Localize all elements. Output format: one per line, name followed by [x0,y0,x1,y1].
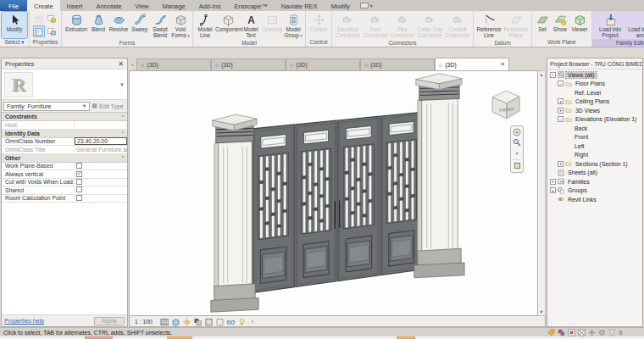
background-processes-icon[interactable] [598,329,606,336]
tree-item-floor-plans[interactable]: −Floor Plans [547,80,642,89]
param-group-identity-data[interactable]: Identity Data* [2,130,127,138]
viewcube-options-icon[interactable] [512,162,522,170]
swept-blend-button[interactable]: Swept Blend [150,12,170,39]
gate-model[interactable] [130,71,537,315]
view-cube[interactable]: FRONT [486,83,525,122]
extrusion-button[interactable]: Extrusion [64,12,89,39]
tab-naviate-rex[interactable]: Naviate REX [275,0,325,11]
show-button[interactable]: Show [551,12,569,38]
work-plane-based-checkbox[interactable] [76,163,82,169]
exclude-options-icon[interactable] [578,329,586,336]
worksharing-display-icon[interactable] [547,329,555,336]
cut-with-voids-when-load-checkbox[interactable] [76,179,82,185]
model-line-button[interactable]: Model Line [195,12,215,39]
always-vertical-checkbox[interactable]: ✓ [76,171,82,177]
tab-insert[interactable]: Insert [60,0,90,11]
detail-level-icon[interactable] [159,317,169,326]
tree-item-left[interactable]: Left [547,142,642,151]
tab-view[interactable]: View [128,0,155,11]
scroll-left-icon[interactable]: ‹ [252,319,253,325]
collapse-icon[interactable]: − [550,72,556,78]
properties-button[interactable] [33,25,45,37]
tree-item-revit-links[interactable]: Revit Links [547,195,642,204]
tree-item-front[interactable]: Front [547,133,642,142]
tab-create[interactable]: Create [27,0,60,11]
tree-item-ceiling-plans[interactable]: +Ceiling Plans [547,97,642,107]
tree-item-views-all[interactable]: −Views (all) [547,70,642,80]
tab-erascape[interactable]: Erascape™ [228,0,275,11]
scroll-up-icon[interactable]: ▲ [539,72,543,77]
tree-item-groups[interactable]: +Groups [547,186,642,196]
tab-manage[interactable]: Manage [156,0,192,11]
tree-item-families[interactable]: +Families [547,177,642,186]
component-button[interactable]: Component [215,12,241,39]
expand-icon[interactable]: + [550,187,556,193]
model-text-button[interactable]: AModel Text [241,12,261,39]
temporary-hide-isolate-icon[interactable] [225,317,236,326]
tab-add-ins[interactable]: Add-Ins [192,0,228,11]
tree-item-back[interactable]: Back [547,124,642,133]
collapse-icon[interactable]: − [558,116,564,122]
tab-annotate[interactable]: Annotate [89,0,128,11]
active-option-icon[interactable] [568,329,575,336]
selection-filter-icon[interactable] [608,329,616,336]
crop-view-icon[interactable] [203,317,214,326]
view-tab-5[interactable]: ⌂{3D}✕ [435,58,509,70]
tree-item-right[interactable]: Right [547,151,642,160]
close-tab-icon[interactable]: ✕ [500,61,505,68]
ribbon-group-label-select[interactable]: Select ▾ [0,38,29,47]
model-group-button[interactable]: Model Group ▾ [283,12,303,39]
show-crop-region-icon[interactable] [214,317,225,326]
room-calculation-point-checkbox[interactable] [76,195,82,201]
shadows-icon[interactable] [192,317,203,326]
reveal-hidden-elements-icon[interactable] [236,317,247,326]
blend-button[interactable]: Blend [89,12,108,39]
void-forms-button[interactable]: Void Forms ▾ [170,12,191,39]
sweep-button[interactable]: Sweep [130,12,150,39]
category-parameters-button[interactable] [46,13,58,25]
revolve-button[interactable]: Revolve [108,12,130,39]
properties-help-link[interactable]: Properties help [4,318,44,324]
view-tab-2[interactable]: ⌂{3D} [211,58,286,70]
tree-item-sections-section-1[interactable]: +Sections (Section 1) [547,159,642,169]
design-options-icon[interactable] [558,329,565,336]
expand-icon[interactable]: + [550,179,556,185]
tree-item-elevations-elevation-1[interactable]: −Elevations (Elevation 1) [547,115,642,125]
chevron-down-icon[interactable]: ▼ [119,82,125,87]
visual-style-icon[interactable] [170,317,180,326]
tree-item-3d-views[interactable]: +3D Views [547,106,642,115]
type-selector-dropdown[interactable]: Family: Furniture ▼ [3,102,90,111]
param-group-other[interactable]: Other* [2,154,127,163]
types-button[interactable] [46,25,58,37]
view-tab-1[interactable]: ⌂{3D} [136,58,211,70]
reference-line-button[interactable]: Reference Line [475,12,502,39]
steering-wheel-icon[interactable] [512,128,522,136]
expand-icon[interactable]: + [558,108,564,114]
zoom-tool-icon[interactable] [512,138,522,147]
tree-item-sheets-all[interactable]: Sheets (all) [547,169,642,178]
3d-view-canvas[interactable]: FRONT ▼ [129,70,538,316]
ribbon-toggle-icon[interactable]: ▾ [360,0,373,11]
tab-file[interactable]: File [0,0,27,11]
scroll-down-icon[interactable]: ▼ [539,309,543,314]
shared-checkbox[interactable] [76,186,82,192]
expand-icon[interactable]: + [558,161,564,167]
apply-button[interactable]: Apply [94,317,125,325]
view-tab-4[interactable]: ⌂{3D} [360,58,435,70]
close-icon[interactable]: ✕ [118,60,124,68]
param-group-constraints[interactable]: Constraints* [2,113,127,121]
view-tab-3[interactable]: ⌂{3D} [286,58,360,70]
press-drag-icon[interactable] [588,329,596,336]
load-into-project-and-close-button[interactable]: Load into Project and Close [626,12,644,39]
param-value[interactable]: 23.40.20.00 [75,137,127,145]
tab-scroll-left-icon[interactable]: ‹ [129,58,136,70]
set-button[interactable]: Set [534,12,551,38]
load-into-project-button[interactable]: Load into Project [594,12,626,39]
collapse-icon[interactable]: − [558,81,564,86]
viewer-button[interactable]: Viewer [569,12,590,38]
chevron-down-icon[interactable]: ▼ [512,149,522,158]
edit-type-button[interactable]: ▦ Edit Type [92,103,125,109]
navigation-bar[interactable]: ▼ [510,125,524,173]
sun-path-icon[interactable] [181,317,192,326]
tree-item-ref-level[interactable]: Ref. Level [547,88,642,97]
